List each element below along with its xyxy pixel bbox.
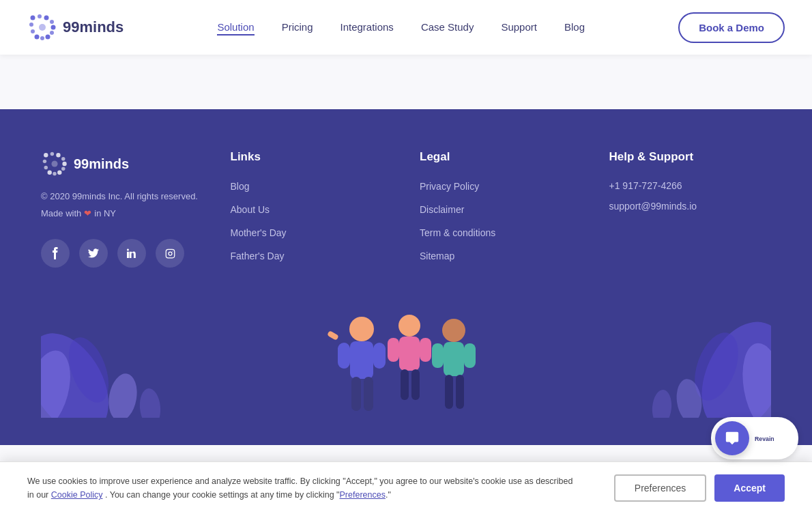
- svg-point-5: [51, 25, 56, 30]
- right-plants-illustration: [621, 302, 771, 418]
- footer-brand-col: 99minds © 2020 99minds Inc. All rights r…: [41, 150, 203, 268]
- svg-point-45: [442, 319, 465, 342]
- linkedin-social-button[interactable]: [117, 239, 146, 268]
- instagram-social-button[interactable]: [156, 239, 184, 268]
- footer-link-mothers-day[interactable]: Mother's Day: [231, 227, 287, 238]
- twitter-social-button[interactable]: [79, 239, 108, 268]
- svg-rect-41: [388, 338, 399, 362]
- svg-rect-35: [373, 343, 386, 369]
- footer-copyright: © 2020 99minds Inc. All rights reserved.: [41, 191, 203, 201]
- svg-point-15: [61, 157, 65, 160]
- logo-icon: [27, 12, 57, 42]
- svg-point-13: [50, 152, 54, 156]
- footer-logo: 99minds: [41, 150, 203, 177]
- svg-point-21: [57, 171, 61, 175]
- footer-logo-icon: [41, 150, 68, 177]
- linkedin-icon: [127, 248, 136, 258]
- svg-point-18: [44, 166, 48, 169]
- nav-link-integrations[interactable]: Integrations: [340, 21, 393, 33]
- svg-point-0: [31, 16, 35, 20]
- svg-point-3: [50, 20, 54, 24]
- svg-point-30: [105, 371, 141, 418]
- footer-social: [41, 239, 203, 268]
- book-demo-button[interactable]: Book a Demo: [678, 12, 785, 43]
- nav-link-pricing[interactable]: Pricing: [282, 21, 313, 33]
- svg-rect-44: [411, 369, 420, 400]
- svg-rect-47: [432, 343, 444, 368]
- footer-help-title: Help & Support: [609, 150, 772, 164]
- svg-point-12: [44, 153, 48, 157]
- footer-link-privacy[interactable]: Privacy Policy: [420, 181, 479, 192]
- svg-rect-38: [327, 330, 339, 341]
- svg-point-16: [43, 160, 46, 163]
- svg-point-19: [48, 171, 52, 175]
- footer-legal-list: Privacy Policy Disclaimer Term & conditi…: [420, 180, 582, 262]
- svg-point-17: [62, 162, 66, 166]
- svg-point-26: [172, 251, 173, 251]
- footer: 99minds © 2020 99minds Inc. All rights r…: [0, 109, 812, 445]
- svg-rect-49: [445, 375, 453, 409]
- svg-point-2: [44, 16, 49, 20]
- revain-logo: Revain: [755, 431, 789, 445]
- chat-widget: Revain: [711, 417, 798, 445]
- nav-link-solution[interactable]: Solution: [217, 21, 254, 35]
- footer-legal-title: Legal: [420, 150, 582, 164]
- footer-link-terms[interactable]: Term & conditions: [420, 227, 495, 238]
- svg-rect-33: [350, 341, 373, 379]
- footer-link-disclaimer[interactable]: Disclaimer: [420, 204, 464, 215]
- facebook-social-button[interactable]: [41, 239, 70, 268]
- footer-logo-text: 99minds: [74, 156, 129, 172]
- footer-links-title: Links: [231, 150, 393, 164]
- twitter-icon: [88, 248, 99, 258]
- footer-links-list: Blog About Us Mother's Day Father's Day: [231, 180, 393, 262]
- footer-help-col: Help & Support +1 917-727-4266 support@9…: [609, 150, 772, 268]
- footer-email: support@99minds.io: [609, 201, 772, 212]
- nav-link-casestudy[interactable]: Case Study: [421, 21, 474, 33]
- svg-point-7: [35, 35, 40, 40]
- footer-link-sitemap[interactable]: Sitemap: [420, 251, 454, 261]
- svg-rect-42: [420, 338, 431, 362]
- facebook-icon: [52, 247, 59, 259]
- nav-logo[interactable]: 99minds: [27, 12, 124, 42]
- navbar: 99minds Solution Pricing Integrations Ca…: [0, 0, 812, 55]
- svg-rect-46: [444, 342, 464, 376]
- footer-legal-col: Legal Privacy Policy Disclaimer Term & c…: [420, 150, 582, 268]
- content-area: [0, 55, 812, 109]
- logo-text: 99minds: [63, 18, 124, 36]
- left-plants-illustration: [41, 302, 177, 418]
- svg-point-6: [31, 29, 35, 33]
- svg-point-14: [56, 153, 60, 157]
- svg-point-55: [651, 389, 673, 418]
- footer-contact: +1 917-727-4266 support@99minds.io: [609, 180, 772, 212]
- svg-point-4: [29, 23, 33, 27]
- chat-icon: [725, 431, 740, 445]
- heart-icon: ❤: [84, 208, 91, 218]
- svg-rect-24: [166, 249, 175, 258]
- svg-point-11: [39, 24, 46, 31]
- footer-illustration: [41, 295, 771, 418]
- footer-link-about[interactable]: About Us: [231, 204, 270, 215]
- footer-link-blog[interactable]: Blog: [231, 181, 250, 192]
- chat-bubble-button[interactable]: [715, 421, 749, 445]
- svg-point-10: [50, 31, 54, 35]
- footer-top: 99minds © 2020 99minds Inc. All rights r…: [41, 150, 771, 268]
- footer-made-with: Made with ❤ in NY: [41, 208, 203, 218]
- svg-point-25: [169, 252, 172, 255]
- nav-link-blog[interactable]: Blog: [564, 21, 585, 33]
- svg-point-22: [61, 167, 65, 171]
- svg-rect-36: [351, 377, 361, 411]
- svg-point-1: [38, 14, 42, 18]
- footer-link-fathers-day[interactable]: Father's Day: [231, 251, 285, 261]
- nav-links: Solution Pricing Integrations Case Study…: [217, 21, 585, 33]
- svg-rect-43: [401, 369, 409, 400]
- footer-phone: +1 917-727-4266: [609, 180, 772, 191]
- svg-point-9: [46, 35, 50, 40]
- svg-rect-48: [464, 343, 476, 368]
- svg-point-39: [398, 315, 420, 337]
- svg-rect-50: [456, 375, 464, 409]
- characters-illustration: [317, 302, 495, 418]
- nav-link-support[interactable]: Support: [501, 21, 537, 33]
- svg-text:Revain: Revain: [755, 436, 774, 442]
- svg-rect-34: [338, 343, 350, 369]
- svg-point-20: [53, 172, 56, 175]
